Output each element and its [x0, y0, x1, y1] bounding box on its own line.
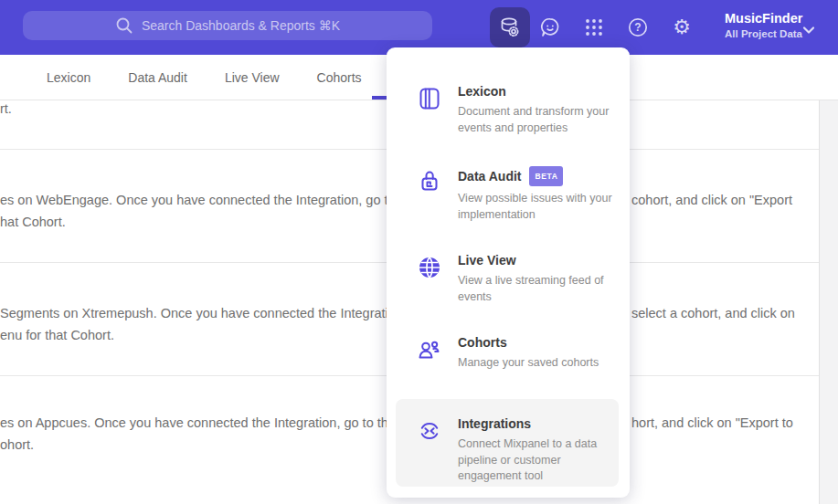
project-scope: All Project Data: [725, 27, 802, 41]
cohorts-people-icon: [417, 337, 442, 362]
svg-text:?: ?: [634, 21, 641, 34]
help-button[interactable]: ?: [627, 16, 649, 38]
project-name: MusicFinder: [725, 10, 802, 27]
top-navigation-bar: Search Dashboards & Reports ⌘K ?: [0, 0, 838, 55]
data-management-button[interactable]: [490, 7, 530, 47]
menu-item-title: Cohorts: [458, 335, 621, 351]
settings-button[interactable]: ⚙: [671, 16, 693, 38]
integrations-sync-icon: [417, 418, 442, 444]
search-icon: [115, 16, 133, 35]
grid-dots-icon: [583, 16, 605, 38]
menu-item-title: Live View: [458, 253, 621, 268]
menu-item-desc: Manage your saved cohorts: [458, 355, 621, 372]
integration-row-text: rt.: [0, 101, 12, 116]
menu-item-desc: Document and transform your events and p…: [458, 104, 621, 136]
menu-item-title: Lexicon: [458, 84, 621, 100]
apps-menu-button[interactable]: [583, 16, 605, 38]
chevron-down-icon: [802, 26, 815, 35]
integration-row-text: enu for that Cohort.: [0, 328, 114, 342]
search-placeholder: Search Dashboards & Reports ⌘K: [142, 18, 340, 33]
menu-item-desc: Connect Mixpanel to a data pipeline or c…: [458, 436, 619, 485]
integration-row-text: select a cohort, and click on: [631, 306, 795, 320]
integration-row-text: Segments on Xtremepush. Once you have co…: [0, 306, 407, 320]
menu-item-cohorts[interactable]: Cohorts Manage your saved cohorts: [387, 335, 630, 372]
menu-item-title: Data AuditBETA: [458, 166, 621, 186]
beta-badge: BETA: [529, 166, 563, 186]
project-selector[interactable]: MusicFinder All Project Data: [725, 10, 802, 41]
menu-item-data-audit[interactable]: Data AuditBETA View possible issues with…: [387, 166, 630, 223]
menu-item-integrations[interactable]: Integrations Connect Mixpanel to a data …: [396, 399, 619, 487]
menu-item-live-view[interactable]: Live View View a live streaming feed of …: [387, 253, 630, 305]
integration-row-text: es on Appcues. Once you have connected t…: [0, 415, 410, 430]
menu-item-title: Integrations: [458, 416, 619, 432]
menu-item-desc: View a live streaming feed of events: [458, 273, 621, 305]
lexicon-book-icon: [417, 86, 442, 111]
integration-row-text: cohort, and click on "Export: [631, 193, 792, 207]
integration-row-text: es on WebEngage. Once you have connected…: [0, 193, 418, 207]
chat-face-icon: [539, 16, 561, 38]
live-view-globe-icon: [417, 255, 442, 280]
database-gear-icon: [498, 16, 522, 39]
question-circle-icon: ?: [627, 16, 649, 38]
menu-item-desc: View possible issues with your implement…: [458, 191, 621, 223]
tab-live-view[interactable]: Live View: [225, 55, 280, 100]
feedback-button[interactable]: [539, 16, 561, 38]
tab-cohorts[interactable]: Cohorts: [317, 55, 362, 100]
integration-row-text: ohort.: [0, 437, 34, 452]
gear-icon: ⚙: [673, 16, 691, 38]
tab-data-audit[interactable]: Data Audit: [128, 55, 187, 100]
project-selector-caret[interactable]: [802, 22, 815, 38]
menu-item-lexicon[interactable]: Lexicon Document and transform your even…: [387, 84, 630, 136]
integration-row-text: hort, and click on "Export to: [631, 415, 793, 430]
integration-row-text: hat Cohort.: [0, 215, 66, 229]
search-input[interactable]: Search Dashboards & Reports ⌘K: [23, 11, 432, 40]
data-management-dropdown: Lexicon Document and transform your even…: [387, 47, 630, 498]
tab-lexicon[interactable]: Lexicon: [47, 55, 90, 100]
data-audit-lock-icon: [417, 168, 442, 194]
